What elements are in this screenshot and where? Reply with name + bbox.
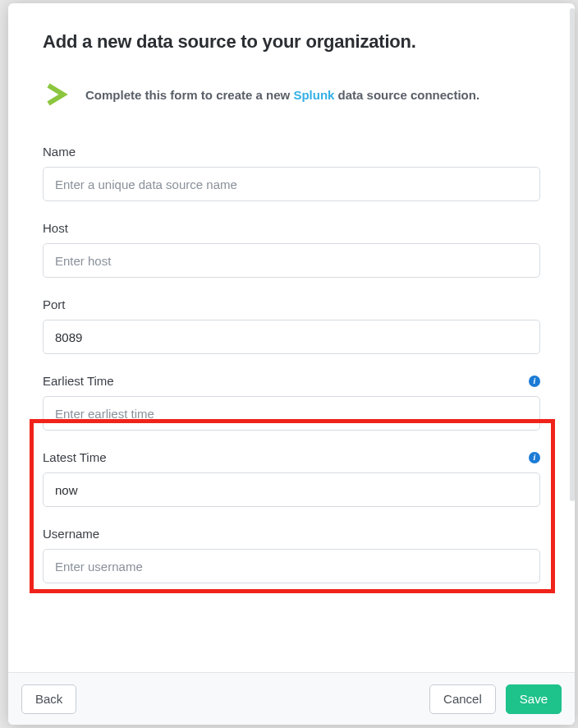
modal-footer: Back Cancel Save <box>8 672 575 725</box>
footer-right: Cancel Save <box>429 684 562 714</box>
field-latest-time: Latest Time i <box>43 450 540 507</box>
splunk-link[interactable]: Splunk <box>293 88 334 102</box>
earliest-time-input[interactable] <box>43 396 540 431</box>
info-row: Complete this form to create a new Splun… <box>43 82 540 107</box>
name-input[interactable] <box>43 167 540 201</box>
modal-body: Add a new data source to your organizati… <box>8 3 575 672</box>
latest-time-label: Latest Time <box>43 450 107 464</box>
host-label: Host <box>43 221 68 235</box>
modal-title: Add a new data source to your organizati… <box>43 31 540 53</box>
chevron-right-icon <box>43 82 69 107</box>
info-text-suffix: data source connection. <box>334 88 479 102</box>
latest-time-input[interactable] <box>43 472 540 507</box>
info-icon[interactable]: i <box>529 452 540 463</box>
back-button[interactable]: Back <box>21 684 76 714</box>
info-icon[interactable]: i <box>529 376 540 387</box>
earliest-time-label: Earliest Time <box>43 374 114 388</box>
field-earliest-time: Earliest Time i <box>43 374 540 431</box>
field-name: Name <box>43 145 540 201</box>
info-text: Complete this form to create a new Splun… <box>85 88 479 102</box>
username-input[interactable] <box>43 549 540 583</box>
port-input[interactable] <box>43 320 540 354</box>
port-label: Port <box>43 297 66 311</box>
field-port: Port <box>43 297 540 354</box>
field-host: Host <box>43 221 540 278</box>
save-button[interactable]: Save <box>506 684 562 714</box>
add-data-source-modal: Add a new data source to your organizati… <box>8 3 575 725</box>
username-label: Username <box>43 527 99 541</box>
name-label: Name <box>43 145 76 159</box>
host-input[interactable] <box>43 243 540 278</box>
cancel-button[interactable]: Cancel <box>429 684 496 714</box>
info-text-prefix: Complete this form to create a new <box>85 88 293 102</box>
field-username: Username <box>43 527 540 583</box>
